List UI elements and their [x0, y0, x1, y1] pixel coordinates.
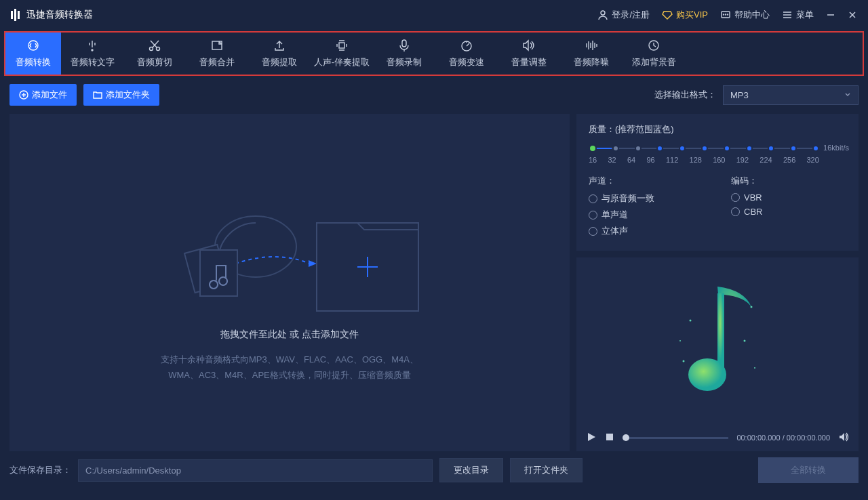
- svg-point-44: [683, 360, 685, 362]
- help-label: 帮助中心: [734, 9, 770, 21]
- quality-tick-224[interactable]: [768, 145, 774, 152]
- progress-bar[interactable]: [623, 437, 728, 439]
- side-panel: 质量：(推荐范围蓝色) 1632649611212816019222425632…: [576, 114, 859, 451]
- tool-label: 音频转文字: [71, 56, 115, 68]
- drop-zone[interactable]: 拖拽文件至此处 或 点击添加文件 支持十余种音频格式向MP3、WAV、FLAC、…: [9, 114, 570, 451]
- minimize-icon: [826, 10, 835, 20]
- tool-vocal[interactable]: 人声-伴奏提取: [311, 33, 373, 75]
- add-folder-button[interactable]: 添加文件夹: [83, 84, 159, 106]
- minimize-button[interactable]: [826, 10, 835, 20]
- add-file-button[interactable]: 添加文件: [9, 84, 77, 106]
- player-time: 00:00:00.000 / 00:00:00.000: [736, 434, 830, 442]
- tool-convert[interactable]: 音频转换: [5, 33, 61, 75]
- quality-tick-96[interactable]: [656, 145, 663, 152]
- output-format-value: MP3: [730, 90, 749, 100]
- svg-marker-21: [524, 41, 528, 50]
- add-folder-label: 添加文件夹: [106, 89, 150, 101]
- login-label: 登录/注册: [612, 9, 650, 21]
- menu-button[interactable]: 菜单: [782, 9, 814, 21]
- radio-icon: [589, 227, 597, 236]
- record-icon: [397, 39, 412, 52]
- save-path-input[interactable]: C:/Users/admin/Desktop: [78, 459, 433, 482]
- chat-icon: [720, 9, 731, 20]
- main-area: 拖拽文件至此处 或 点击添加文件 支持十余种音频格式向MP3、WAV、FLAC、…: [0, 114, 868, 451]
- login-button[interactable]: 登录/注册: [597, 9, 650, 21]
- play-button[interactable]: [586, 432, 597, 444]
- merge-icon: [210, 39, 224, 52]
- svg-point-0: [601, 11, 605, 15]
- channel-group: 声道： 与原音频一致单声道立体声: [589, 175, 704, 241]
- tool-bgm[interactable]: 添加背景音: [623, 33, 685, 75]
- music-note-icon: [670, 280, 765, 402]
- output-format-select[interactable]: MP3: [723, 85, 859, 105]
- tool-speed[interactable]: 音频变速: [435, 33, 498, 75]
- svg-rect-18: [339, 43, 344, 48]
- quality-label-224: 224: [760, 156, 772, 164]
- quality-tick-320[interactable]: [812, 145, 819, 152]
- svg-point-43: [744, 340, 746, 342]
- tool-volume[interactable]: 音量调整: [498, 33, 560, 75]
- encoding-group: 编码： VBRCBR: [731, 175, 846, 241]
- svg-point-42: [690, 320, 692, 322]
- quality-label-256: 256: [783, 156, 795, 164]
- quality-label-192: 192: [736, 156, 749, 164]
- tool-totext[interactable]: 音频转文字: [61, 33, 123, 75]
- save-dir-label: 文件保存目录：: [9, 464, 71, 476]
- progress-knob[interactable]: [623, 434, 629, 441]
- stop-button[interactable]: [605, 432, 614, 444]
- extract-icon: [272, 39, 287, 52]
- tool-extract[interactable]: 音频提取: [248, 33, 311, 75]
- vip-button[interactable]: 购买VIP: [662, 9, 708, 21]
- radio-icon: [589, 194, 597, 203]
- encoding-option-1[interactable]: CBR: [731, 207, 846, 217]
- preview-panel: 00:00:00.000 / 00:00:00.000: [576, 257, 859, 451]
- player-controls: 00:00:00.000 / 00:00:00.000: [576, 424, 859, 451]
- quality-tick-112[interactable]: [679, 145, 686, 152]
- svg-point-14: [157, 47, 160, 51]
- channel-option-0[interactable]: 与原音频一致: [589, 192, 704, 205]
- tool-label: 音频降噪: [574, 56, 609, 68]
- quality-slider[interactable]: 16326496112128160192224256320 16kbit/s: [589, 144, 846, 164]
- encoding-option-0[interactable]: VBR: [731, 192, 846, 203]
- svg-point-4: [728, 14, 728, 15]
- quality-label-64: 64: [627, 156, 635, 164]
- cut-icon: [147, 39, 162, 52]
- svg-marker-34: [309, 260, 317, 267]
- tool-record[interactable]: 音频录制: [373, 33, 435, 75]
- bgm-icon: [646, 39, 661, 52]
- svg-point-47: [754, 367, 755, 369]
- help-button[interactable]: 帮助中心: [720, 9, 770, 21]
- quality-tick-64[interactable]: [635, 145, 642, 152]
- speed-icon: [459, 39, 474, 52]
- close-icon: [848, 10, 857, 20]
- open-dir-button[interactable]: 打开文件夹: [510, 458, 583, 482]
- convert-all-button[interactable]: 全部转换: [758, 457, 859, 483]
- channel-option-2[interactable]: 立体声: [589, 225, 704, 237]
- quality-tick-256[interactable]: [790, 145, 797, 152]
- quality-tick-192[interactable]: [746, 145, 753, 152]
- app-logo: [11, 9, 20, 21]
- tool-noise[interactable]: 音频降噪: [560, 33, 623, 75]
- channel-option-1[interactable]: 单声道: [589, 209, 704, 221]
- vip-label: 购买VIP: [676, 9, 708, 21]
- volume-button[interactable]: [838, 432, 849, 444]
- channel-option-label: 立体声: [601, 225, 628, 237]
- volume-icon: [521, 39, 536, 52]
- svg-rect-40: [717, 293, 724, 368]
- close-button[interactable]: [848, 10, 857, 20]
- quality-tick-160[interactable]: [724, 145, 730, 152]
- totext-icon: [85, 39, 100, 52]
- titlebar: 迅捷音频转换器 登录/注册 购买VIP 帮助中心 菜单: [0, 0, 868, 30]
- channel-option-label: 单声道: [601, 209, 628, 221]
- quality-tick-128[interactable]: [701, 145, 708, 152]
- svg-point-12: [92, 49, 93, 51]
- change-dir-button[interactable]: 更改目录: [439, 458, 503, 482]
- chevron-down-icon: [844, 91, 851, 98]
- tool-label: 音频提取: [262, 56, 297, 68]
- quality-tick-16[interactable]: [589, 144, 597, 152]
- quality-tick-32[interactable]: [612, 145, 619, 152]
- tool-cut[interactable]: 音频剪切: [123, 33, 186, 75]
- svg-rect-49: [606, 434, 613, 440]
- diamond-icon: [662, 9, 673, 20]
- tool-merge[interactable]: 音频合并: [186, 33, 248, 75]
